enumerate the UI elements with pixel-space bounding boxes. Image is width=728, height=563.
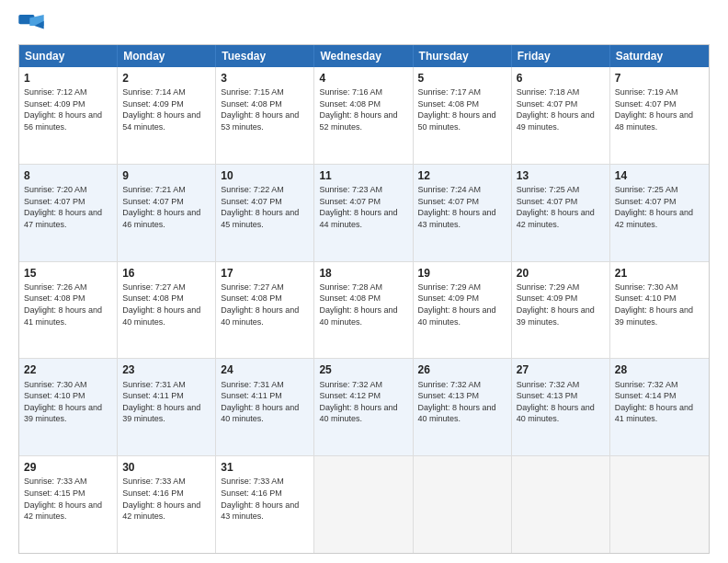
calendar-row-3: 15Sunrise: 7:26 AMSunset: 4:08 PMDayligh… [19, 262, 709, 360]
calendar-row-2: 8Sunrise: 7:20 AMSunset: 4:07 PMDaylight… [19, 165, 709, 262]
header-cell-tuesday: Tuesday [216, 45, 314, 67]
day-cell-16: 16Sunrise: 7:27 AMSunset: 4:08 PMDayligh… [118, 262, 216, 359]
day-cell-6: 6Sunrise: 7:18 AMSunset: 4:07 PMDaylight… [512, 67, 610, 164]
header-cell-thursday: Thursday [414, 45, 512, 67]
cell-info: Sunrise: 7:30 AMSunset: 4:10 PMDaylight:… [24, 379, 112, 425]
cell-info: Sunrise: 7:23 AMSunset: 4:07 PMDaylight:… [319, 184, 407, 230]
day-cell-26: 26Sunrise: 7:32 AMSunset: 4:13 PMDayligh… [414, 359, 512, 455]
cell-info: Sunrise: 7:19 AMSunset: 4:07 PMDaylight:… [615, 86, 704, 132]
cell-info: Sunrise: 7:32 AMSunset: 4:12 PMDaylight:… [319, 379, 407, 425]
cell-info: Sunrise: 7:17 AMSunset: 4:08 PMDaylight:… [418, 86, 506, 132]
day-number: 9 [122, 168, 210, 183]
header-cell-monday: Monday [118, 45, 216, 67]
cell-info: Sunrise: 7:29 AMSunset: 4:09 PMDaylight:… [418, 282, 506, 327]
day-number: 2 [122, 71, 210, 86]
empty-cell [414, 456, 512, 553]
cell-info: Sunrise: 7:12 AMSunset: 4:09 PMDaylight:… [24, 86, 112, 132]
cell-info: Sunrise: 7:24 AMSunset: 4:07 PMDaylight:… [418, 184, 506, 230]
cell-info: Sunrise: 7:28 AMSunset: 4:08 PMDaylight:… [319, 282, 407, 327]
day-cell-3: 3Sunrise: 7:15 AMSunset: 4:08 PMDaylight… [216, 67, 314, 164]
day-cell-13: 13Sunrise: 7:25 AMSunset: 4:07 PMDayligh… [512, 165, 610, 261]
day-number: 14 [615, 168, 704, 183]
day-cell-30: 30Sunrise: 7:33 AMSunset: 4:16 PMDayligh… [118, 456, 216, 553]
logo-icon [18, 15, 44, 37]
day-cell-5: 5Sunrise: 7:17 AMSunset: 4:08 PMDaylight… [414, 67, 512, 164]
cell-info: Sunrise: 7:31 AMSunset: 4:11 PMDaylight:… [221, 379, 309, 425]
cell-info: Sunrise: 7:33 AMSunset: 4:16 PMDaylight:… [122, 476, 210, 522]
cell-info: Sunrise: 7:27 AMSunset: 4:08 PMDaylight:… [122, 282, 210, 327]
header-cell-sunday: Sunday [19, 45, 118, 67]
day-cell-11: 11Sunrise: 7:23 AMSunset: 4:07 PMDayligh… [314, 165, 413, 261]
day-cell-21: 21Sunrise: 7:30 AMSunset: 4:10 PMDayligh… [610, 262, 709, 359]
cell-info: Sunrise: 7:15 AMSunset: 4:08 PMDaylight:… [221, 86, 309, 132]
day-number: 16 [122, 266, 210, 281]
header-cell-saturday: Saturday [610, 45, 709, 67]
header-cell-wednesday: Wednesday [314, 45, 413, 67]
cell-info: Sunrise: 7:32 AMSunset: 4:14 PMDaylight:… [615, 379, 704, 425]
cell-info: Sunrise: 7:32 AMSunset: 4:13 PMDaylight:… [517, 379, 605, 425]
day-number: 27 [517, 362, 605, 377]
cell-info: Sunrise: 7:27 AMSunset: 4:08 PMDaylight:… [221, 282, 309, 327]
header-cell-friday: Friday [512, 45, 610, 67]
day-number: 12 [418, 168, 506, 183]
day-cell-17: 17Sunrise: 7:27 AMSunset: 4:08 PMDayligh… [216, 262, 314, 359]
day-number: 15 [24, 266, 112, 281]
day-number: 31 [221, 460, 309, 475]
cell-info: Sunrise: 7:32 AMSunset: 4:13 PMDaylight:… [418, 379, 506, 425]
day-number: 1 [24, 71, 112, 86]
cell-info: Sunrise: 7:14 AMSunset: 4:09 PMDaylight:… [122, 86, 210, 132]
cell-info: Sunrise: 7:16 AMSunset: 4:08 PMDaylight:… [319, 86, 407, 132]
day-cell-22: 22Sunrise: 7:30 AMSunset: 4:10 PMDayligh… [19, 359, 118, 455]
page-container: SundayMondayTuesdayWednesdayThursdayFrid… [0, 0, 728, 563]
day-number: 3 [221, 71, 309, 86]
calendar-row-4: 22Sunrise: 7:30 AMSunset: 4:10 PMDayligh… [19, 359, 709, 456]
day-cell-23: 23Sunrise: 7:31 AMSunset: 4:11 PMDayligh… [118, 359, 216, 455]
day-cell-12: 12Sunrise: 7:24 AMSunset: 4:07 PMDayligh… [414, 165, 512, 261]
page-header [18, 15, 710, 37]
cell-info: Sunrise: 7:25 AMSunset: 4:07 PMDaylight:… [517, 184, 605, 230]
cell-info: Sunrise: 7:33 AMSunset: 4:15 PMDaylight:… [24, 476, 112, 522]
logo [18, 15, 48, 37]
day-cell-29: 29Sunrise: 7:33 AMSunset: 4:15 PMDayligh… [19, 456, 118, 553]
cell-info: Sunrise: 7:30 AMSunset: 4:10 PMDaylight:… [615, 282, 704, 327]
day-cell-9: 9Sunrise: 7:21 AMSunset: 4:07 PMDaylight… [118, 165, 216, 261]
day-cell-25: 25Sunrise: 7:32 AMSunset: 4:12 PMDayligh… [314, 359, 413, 455]
cell-info: Sunrise: 7:20 AMSunset: 4:07 PMDaylight:… [24, 184, 112, 230]
day-number: 19 [418, 266, 506, 281]
day-number: 10 [221, 168, 309, 183]
day-cell-8: 8Sunrise: 7:20 AMSunset: 4:07 PMDaylight… [19, 165, 118, 261]
day-number: 24 [221, 362, 309, 377]
cell-info: Sunrise: 7:26 AMSunset: 4:08 PMDaylight:… [24, 282, 112, 327]
day-cell-2: 2Sunrise: 7:14 AMSunset: 4:09 PMDaylight… [118, 67, 216, 164]
day-number: 11 [319, 168, 407, 183]
empty-cell [314, 456, 413, 553]
day-cell-7: 7Sunrise: 7:19 AMSunset: 4:07 PMDaylight… [610, 67, 709, 164]
day-cell-20: 20Sunrise: 7:29 AMSunset: 4:09 PMDayligh… [512, 262, 610, 359]
cell-info: Sunrise: 7:18 AMSunset: 4:07 PMDaylight:… [517, 86, 605, 132]
day-number: 23 [122, 362, 210, 377]
day-cell-28: 28Sunrise: 7:32 AMSunset: 4:14 PMDayligh… [610, 359, 709, 455]
cell-info: Sunrise: 7:25 AMSunset: 4:07 PMDaylight:… [615, 184, 704, 230]
day-number: 25 [319, 362, 407, 377]
day-number: 20 [517, 266, 605, 281]
day-number: 22 [24, 362, 112, 377]
calendar: SundayMondayTuesdayWednesdayThursdayFrid… [18, 44, 710, 554]
calendar-header: SundayMondayTuesdayWednesdayThursdayFrid… [19, 45, 709, 67]
calendar-body: 1Sunrise: 7:12 AMSunset: 4:09 PMDaylight… [19, 67, 709, 553]
day-number: 21 [615, 266, 704, 281]
day-number: 30 [122, 460, 210, 475]
day-number: 18 [319, 266, 407, 281]
cell-info: Sunrise: 7:21 AMSunset: 4:07 PMDaylight:… [122, 184, 210, 230]
day-number: 13 [517, 168, 605, 183]
day-number: 4 [319, 71, 407, 86]
day-cell-4: 4Sunrise: 7:16 AMSunset: 4:08 PMDaylight… [314, 67, 413, 164]
day-cell-14: 14Sunrise: 7:25 AMSunset: 4:07 PMDayligh… [610, 165, 709, 261]
day-number: 8 [24, 168, 112, 183]
day-number: 5 [418, 71, 506, 86]
day-number: 7 [615, 71, 704, 86]
day-number: 6 [517, 71, 605, 86]
empty-cell [610, 456, 709, 553]
day-number: 26 [418, 362, 506, 377]
day-cell-15: 15Sunrise: 7:26 AMSunset: 4:08 PMDayligh… [19, 262, 118, 359]
day-number: 29 [24, 460, 112, 475]
